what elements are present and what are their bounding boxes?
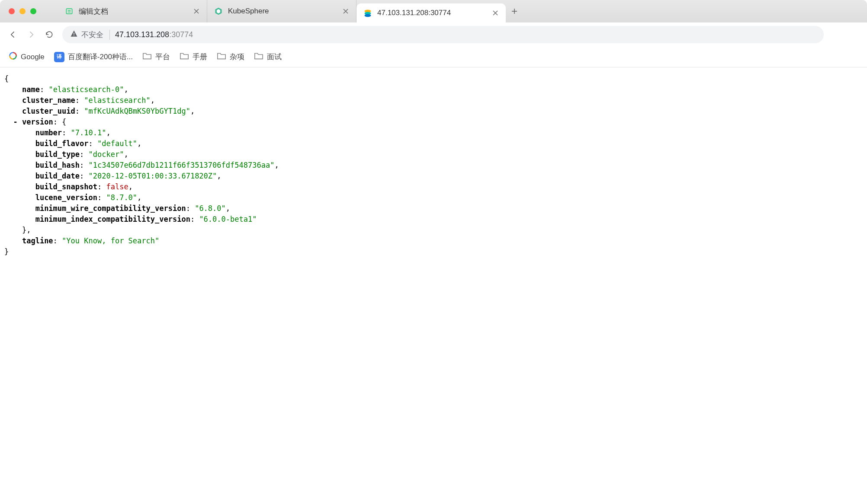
json-value: "elasticsearch-0": [48, 85, 124, 94]
json-key: minimum_wire_compatibility_version: [35, 204, 186, 213]
url-host: 47.103.131.208: [115, 30, 169, 39]
json-value: "docker": [89, 150, 124, 159]
folder-icon: [254, 51, 263, 62]
bookmark-baidu-translate[interactable]: 译 百度翻译-200种语...: [54, 52, 133, 62]
bookmark-google[interactable]: Google: [9, 51, 45, 62]
bookmark-label: 面试: [267, 52, 282, 62]
window-maximize-button[interactable]: [30, 8, 36, 14]
folder-icon: [142, 51, 152, 62]
close-icon[interactable]: [342, 8, 349, 15]
new-tab-button[interactable]: [506, 0, 523, 22]
bookmark-folder-interview[interactable]: 面试: [254, 51, 282, 62]
json-key: build_hash: [35, 161, 80, 169]
json-value: "7.10.1": [71, 128, 106, 137]
close-icon[interactable]: [193, 8, 200, 15]
svg-point-7: [365, 14, 371, 17]
translate-icon: 译: [54, 52, 64, 62]
json-key: lucene_version: [35, 193, 97, 202]
json-value: "elasticsearch": [84, 96, 151, 105]
json-key: build_date: [35, 172, 80, 180]
json-key: name: [22, 85, 40, 94]
json-key: minimum_index_compatibility_version: [35, 215, 190, 223]
tab-yuque[interactable]: 编辑文档: [58, 0, 207, 22]
folder-icon: [180, 51, 189, 62]
svg-rect-8: [74, 32, 74, 35]
bookmark-label: 平台: [155, 52, 170, 62]
bookmark-label: 百度翻译-200种语...: [68, 52, 133, 62]
svg-rect-9: [74, 35, 74, 36]
forward-button[interactable]: [26, 29, 36, 40]
tab-title: 编辑文档: [79, 6, 188, 16]
json-value: "mfKcUAdkQBmKS0YbGYT1dg": [84, 107, 190, 115]
bookmark-label: 杂项: [230, 52, 244, 62]
bookmark-label: 手册: [193, 52, 207, 62]
tab-title: KubeSphere: [228, 7, 337, 16]
bookmark-folder-platform[interactable]: 平台: [142, 51, 170, 62]
json-key: build_type: [35, 150, 80, 159]
json-key: build_snapshot: [35, 182, 97, 191]
bookmark-folder-misc[interactable]: 杂项: [217, 51, 244, 62]
bookmark-label: Google: [21, 53, 45, 61]
kubesphere-icon: [214, 7, 223, 16]
json-value: "2020-12-05T01:00:33.671820Z": [89, 172, 217, 180]
tab-elasticsearch[interactable]: 47.103.131.208:30774: [356, 3, 506, 22]
window-chrome: 编辑文档 KubeSphere 47.103.131.208:30774: [0, 0, 867, 22]
elastic-icon: [363, 9, 372, 17]
site-security-badge[interactable]: 不安全: [70, 30, 110, 40]
json-viewer: { name: "elasticsearch-0", cluster_name:…: [0, 67, 867, 263]
json-key: version: [22, 118, 53, 126]
json-value: "6.0.0-beta1": [199, 215, 257, 223]
json-key: cluster_name: [22, 96, 75, 105]
tab-title: 47.103.131.208:30774: [377, 9, 487, 17]
back-button[interactable]: [8, 29, 18, 40]
browser-toolbar: 不安全 47.103.131.208:30774: [0, 22, 867, 47]
tab-kubesphere[interactable]: KubeSphere: [207, 0, 356, 22]
address-bar[interactable]: 不安全 47.103.131.208:30774: [62, 26, 824, 43]
url-port: :30774: [169, 30, 193, 39]
yuque-icon: [65, 7, 74, 16]
json-value: "You Know, for Search": [62, 236, 159, 245]
json-key: build_flavor: [35, 139, 89, 148]
url-text: 47.103.131.208:30774: [115, 30, 193, 39]
json-key: number: [35, 128, 62, 137]
collapse-toggle[interactable]: -: [13, 118, 17, 126]
window-minimize-button[interactable]: [19, 8, 26, 14]
window-close-button[interactable]: [9, 8, 15, 14]
json-value: false: [106, 182, 128, 191]
json-value: "default": [97, 139, 137, 148]
warning-icon: [70, 30, 78, 40]
reload-button[interactable]: [44, 29, 55, 40]
json-key: cluster_uuid: [22, 107, 75, 115]
svg-rect-0: [66, 9, 72, 14]
json-value: "1c34507e66d7db1211f66f3513706fdf548736a…: [89, 161, 275, 169]
google-icon: [9, 51, 17, 62]
traffic-lights: [0, 8, 45, 14]
bookmark-folder-manual[interactable]: 手册: [180, 51, 207, 62]
bookmarks-bar: Google 译 百度翻译-200种语... 平台 手册 杂项 面试: [0, 47, 867, 67]
security-label: 不安全: [81, 30, 103, 40]
tab-strip: 编辑文档 KubeSphere 47.103.131.208:30774: [58, 0, 867, 22]
json-value: "6.8.0": [195, 204, 226, 213]
json-value: "8.7.0": [106, 193, 137, 202]
json-key: tagline: [22, 236, 53, 245]
close-icon[interactable]: [492, 10, 499, 16]
folder-icon: [217, 51, 226, 62]
